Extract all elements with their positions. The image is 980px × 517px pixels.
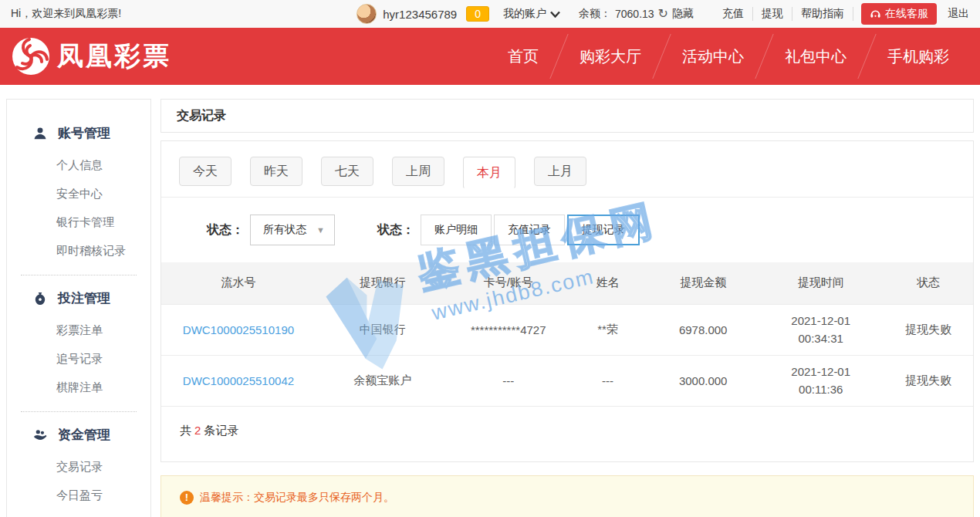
col-header-serial: 流水号 xyxy=(161,262,316,304)
select-caret-icon: ▼ xyxy=(316,225,325,235)
nav-item-lottery-hall[interactable]: 购彩大厅 xyxy=(559,46,661,67)
bank-cell: 中国银行 xyxy=(316,304,450,355)
table-row: DWC1000025510190 中国银行 ***********4727 **… xyxy=(161,304,973,355)
moneybag-icon xyxy=(33,292,47,306)
type-button-account-detail[interactable]: 账户明细 xyxy=(421,215,492,245)
chevron-down-icon xyxy=(550,11,560,18)
sidebar-item-today-pnl[interactable]: 今日盈亏 xyxy=(7,482,150,510)
tab-last-month[interactable]: 上月 xyxy=(534,157,586,186)
name-cell: --- xyxy=(567,355,648,406)
nav-items: 首页 购彩大厅 活动中心 礼包中心 手机购彩 xyxy=(488,28,969,85)
records-panel: 今天 昨天 七天 上周 本月 上月 状态： 所有状态 ▼ 状态： 账户明细 充值… xyxy=(161,140,974,462)
time-value: 2021-12-01 00:34:31 xyxy=(787,312,855,348)
card-cell: --- xyxy=(449,355,567,406)
sidebar-item-bank-cards[interactable]: 银行卡管理 xyxy=(7,208,150,237)
sidebar-head-account[interactable]: 账号管理 xyxy=(7,117,150,151)
sidebar-item-security-center[interactable]: 安全中心 xyxy=(7,180,150,208)
col-header-bank: 提现银行 xyxy=(316,262,450,304)
my-account-label: 我的账户 xyxy=(503,7,546,21)
tab-today[interactable]: 今天 xyxy=(179,157,231,186)
sidebar: 账号管理 个人信息 安全中心 银行卡管理 即时稽核记录 投注管理 彩票注单 追号… xyxy=(6,99,151,517)
phoenix-swirl-icon xyxy=(11,36,51,76)
tab-seven-days[interactable]: 七天 xyxy=(321,157,373,186)
type-button-recharge-records[interactable]: 充值记录 xyxy=(494,215,565,245)
col-header-name: 姓名 xyxy=(567,262,648,304)
sidebar-item-chase-records[interactable]: 追号记录 xyxy=(7,345,150,373)
user-icon xyxy=(33,127,47,140)
top-utility-bar: Hi，欢迎来到凤凰彩票! hyr123456789 0 我的账户 余额： 706… xyxy=(0,0,980,28)
type-filter-label: 状态： xyxy=(377,222,414,238)
tab-last-week[interactable]: 上周 xyxy=(392,157,444,186)
time-cell: 2021-12-01 00:34:31 xyxy=(758,304,884,355)
refresh-balance-icon[interactable]: ↻ xyxy=(658,8,668,20)
main-content: 交易记录 今天 昨天 七天 上周 本月 上月 状态： 所有状态 ▼ 状态： 账户… xyxy=(161,99,974,517)
bank-cell: 余额宝账户 xyxy=(316,355,450,406)
sidebar-section-funds: 资金管理 交易记录 今日盈亏 余额宝 xyxy=(7,418,150,517)
col-header-status: 状态 xyxy=(884,262,973,304)
balance-label: 余额： xyxy=(579,7,611,21)
brand-logo[interactable]: 凤凰彩票 xyxy=(11,36,171,76)
online-service-button[interactable]: 在线客服 xyxy=(861,3,937,25)
card-cell: ***********4727 xyxy=(449,304,567,355)
sidebar-divider xyxy=(21,275,137,275)
help-guide-link[interactable]: 帮助指南 xyxy=(792,7,853,21)
sidebar-section-title: 账号管理 xyxy=(58,124,110,142)
nav-item-mobile[interactable]: 手机购彩 xyxy=(867,46,969,67)
time-cell: 2021-12-01 00:11:36 xyxy=(758,355,884,406)
nav-item-home[interactable]: 首页 xyxy=(488,46,559,67)
records-summary: 共2条记录 xyxy=(161,406,973,461)
hide-balance-link[interactable]: 隐藏 xyxy=(672,7,694,21)
my-account-menu[interactable]: 我的账户 xyxy=(503,7,560,21)
status-cell: 提现失败 xyxy=(884,304,973,355)
headset-icon xyxy=(870,8,881,19)
logout-link[interactable]: 退出 xyxy=(945,7,969,21)
tab-yesterday[interactable]: 昨天 xyxy=(250,157,302,186)
sidebar-section-betting: 投注管理 彩票注单 追号记录 棋牌注单 xyxy=(7,282,150,402)
withdraw-link[interactable]: 提现 xyxy=(753,7,792,21)
nav-item-gift-center[interactable]: 礼包中心 xyxy=(765,46,867,67)
filter-row: 状态： 所有状态 ▼ 状态： 账户明细 充值记录 提现记录 xyxy=(161,197,973,262)
page-title: 交易记录 xyxy=(161,99,974,133)
summary-prefix: 共 xyxy=(180,424,191,437)
sidebar-item-audit-records[interactable]: 即时稽核记录 xyxy=(7,237,150,265)
tab-this-month[interactable]: 本月 xyxy=(463,157,515,189)
online-service-label: 在线客服 xyxy=(885,7,928,21)
sidebar-item-lottery-orders[interactable]: 彩票注单 xyxy=(7,316,150,345)
message-count-badge[interactable]: 0 xyxy=(466,6,489,22)
user-avatar[interactable] xyxy=(357,4,377,24)
main-navbar: 凤凰彩票 首页 购彩大厅 活动中心 礼包中心 手机购彩 xyxy=(0,28,980,85)
col-header-amount: 提现金额 xyxy=(648,262,758,304)
serial-link[interactable]: DWC1000025510190 xyxy=(161,304,316,355)
record-count: 2 xyxy=(191,424,204,437)
sidebar-section-account: 账号管理 个人信息 安全中心 银行卡管理 即时稽核记录 xyxy=(7,117,150,265)
sidebar-divider xyxy=(21,411,137,412)
status-cell: 提现失败 xyxy=(884,355,973,406)
col-header-card: 卡号/账号 xyxy=(449,262,567,304)
date-tabs: 今天 昨天 七天 上周 本月 上月 xyxy=(161,141,973,197)
balance-area: 余额： 7060.13 ↻ 隐藏 xyxy=(579,7,694,21)
sidebar-item-transaction-records[interactable]: 交易记录 xyxy=(7,453,150,482)
warning-icon: ! xyxy=(180,491,194,505)
welcome-text: Hi，欢迎来到凤凰彩票! xyxy=(11,7,121,21)
sidebar-section-title: 投注管理 xyxy=(58,289,110,307)
table-header-row: 流水号 提现银行 卡号/账号 姓名 提现金额 提现时间 状态 xyxy=(161,262,973,304)
sidebar-item-yuebao[interactable]: 余额宝 xyxy=(7,510,150,517)
recharge-link[interactable]: 充值 xyxy=(714,7,753,21)
serial-link[interactable]: DWC1000025510042 xyxy=(161,355,316,406)
type-button-withdraw-records[interactable]: 提现记录 xyxy=(567,215,640,245)
col-header-time: 提现时间 xyxy=(758,262,884,304)
page-body: 账号管理 个人信息 安全中心 银行卡管理 即时稽核记录 投注管理 彩票注单 追号… xyxy=(0,85,980,517)
notice-text: 温馨提示：交易记录最多只保存两个月。 xyxy=(200,491,394,505)
amount-cell: 3000.000 xyxy=(648,355,758,406)
nav-item-activity-center[interactable]: 活动中心 xyxy=(662,46,764,67)
amount-cell: 6978.000 xyxy=(648,304,758,355)
sidebar-head-betting[interactable]: 投注管理 xyxy=(7,282,150,316)
username: hyr123456789 xyxy=(383,8,457,21)
sidebar-item-personal-info[interactable]: 个人信息 xyxy=(7,151,150,180)
topbar-links: 充值 提现 帮助指南 xyxy=(714,7,853,21)
records-table: 流水号 提现银行 卡号/账号 姓名 提现金额 提现时间 状态 DWC100002… xyxy=(161,262,973,406)
sidebar-item-board-orders[interactable]: 棋牌注单 xyxy=(7,373,150,402)
status-select[interactable]: 所有状态 ▼ xyxy=(250,215,335,245)
notice-banner: ! 温馨提示：交易记录最多只保存两个月。 xyxy=(161,475,974,517)
sidebar-head-funds[interactable]: 资金管理 xyxy=(7,418,150,453)
